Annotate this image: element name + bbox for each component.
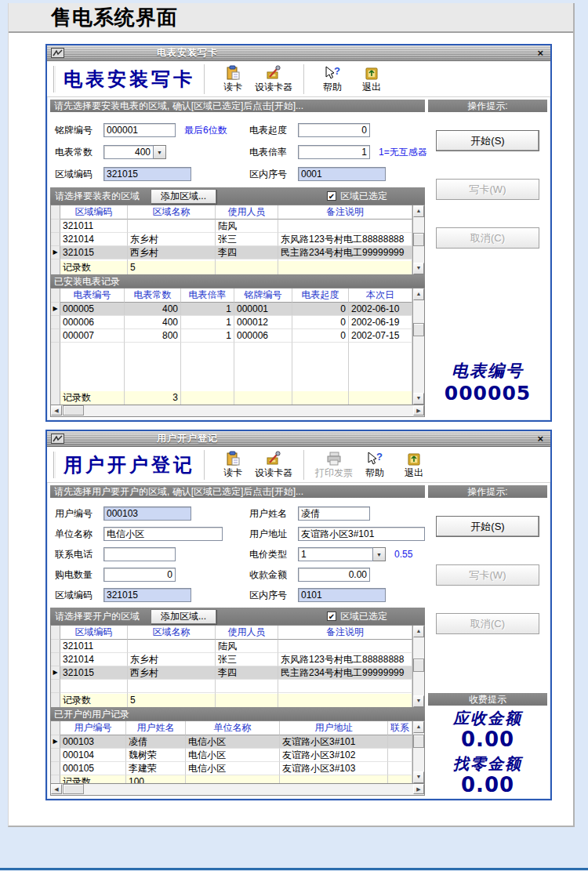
help-button[interactable]: ? 帮助 (313, 64, 352, 94)
table-cell: 0 (292, 303, 349, 316)
toolbar-separator (303, 450, 304, 480)
dropdown-arrow-icon[interactable]: ▼ (154, 145, 166, 159)
scroll-left-icon[interactable]: ◀ (51, 405, 62, 416)
scroll-thumb[interactable] (413, 735, 424, 748)
column-header: 电表起度 (292, 289, 349, 303)
titlebar[interactable]: 用户开户登记 × (47, 431, 550, 447)
scroll-up-icon[interactable]: ▲ (413, 289, 424, 300)
table-row[interactable]: 000006400100001202002-06-19 (51, 316, 412, 329)
change-label: 找零金额 (428, 753, 547, 775)
write-card-button[interactable]: 写卡(W) (436, 179, 539, 200)
write-card-button[interactable]: 写卡(W) (436, 564, 539, 586)
scroll-up-icon[interactable]: ▲ (413, 205, 424, 217)
user-no-input[interactable] (103, 506, 191, 521)
phone-label: 联系电话 (55, 548, 103, 561)
cancel-button[interactable]: 取消(C) (436, 227, 539, 249)
table-cell: 东乡村 (128, 233, 216, 246)
scroll-up-icon[interactable]: ▲ (413, 721, 424, 733)
scroll-up-icon[interactable]: ▲ (413, 626, 424, 637)
close-icon[interactable]: × (537, 48, 543, 58)
vertical-scrollbar[interactable]: ▲ ▼ (412, 721, 424, 783)
area-code-input[interactable] (103, 167, 191, 181)
table-row[interactable]: 000104魏树荣电信小区友谊路小区3#102 (51, 749, 412, 762)
serial-input[interactable] (298, 588, 386, 602)
start-button[interactable]: 开始(S) (436, 130, 539, 151)
svg-text:?: ? (376, 451, 383, 463)
cancel-button[interactable]: 取消(C) (436, 613, 539, 634)
exit-button[interactable]: 退出 (352, 64, 391, 94)
vertical-scrollbar[interactable]: ▲ ▼ (412, 289, 424, 405)
titlebar[interactable]: 电表安装写卡 × (47, 45, 550, 61)
unit-name-input[interactable] (103, 527, 223, 541)
table-row[interactable]: 321011陆风 (51, 220, 412, 233)
table-cell (278, 680, 412, 693)
price-type-select[interactable] (298, 547, 373, 561)
table-row[interactable]: ▶321015西乡村李四民主路234号村电工99999999 (51, 666, 412, 680)
area-code-label: 区域编码 (55, 589, 103, 602)
scroll-left-icon[interactable]: ◀ (51, 784, 62, 794)
scroll-down-icon[interactable]: ▼ (413, 393, 424, 405)
dropdown-arrow-icon[interactable]: ▼ (373, 547, 386, 561)
area-selected-checkbox[interactable]: ✔ (327, 191, 336, 201)
table-row[interactable]: ▶000103凌倩电信小区友谊路小区3#101 (51, 735, 412, 749)
set-reader-button[interactable]: 设读卡器 (252, 64, 295, 94)
table-row[interactable]: 000105李建荣电信小区友谊路小区3#103 (51, 762, 412, 775)
add-area-button[interactable]: 添加区域... (151, 189, 216, 204)
read-card-button[interactable]: 读卡 (213, 64, 252, 94)
vertical-scrollbar[interactable]: ▲ ▼ (412, 626, 424, 707)
app-heading: 用户开户登记 (64, 452, 195, 477)
scroll-down-icon[interactable]: ▼ (413, 771, 424, 783)
instruction-bar: 请先选择要安装电表的区域, 确认[区域已选定]后点击[开始]... (50, 100, 425, 112)
table-row[interactable]: 321014东乡村张三东风路123号村电工88888888 (51, 653, 412, 666)
read-card-button[interactable]: 读卡 (213, 450, 252, 480)
table-footer-row: 记录数100 (51, 775, 412, 783)
scroll-thumb[interactable] (63, 784, 84, 794)
start-button[interactable]: 开始(S) (436, 516, 539, 537)
area-code-input[interactable] (103, 588, 191, 602)
scroll-right-icon[interactable]: ▶ (413, 784, 424, 794)
scroll-thumb[interactable] (63, 405, 84, 416)
table-cell (216, 680, 278, 693)
set-reader-button[interactable]: 设读卡器 (252, 450, 295, 480)
table-row[interactable]: 321011陆风 (51, 640, 412, 653)
table-cell: 凌倩 (126, 735, 186, 749)
ratio-input[interactable] (298, 145, 370, 159)
scroll-down-icon[interactable]: ▼ (413, 263, 424, 274)
table-cell: 友谊路小区3#102 (280, 749, 388, 762)
phone-input[interactable] (103, 547, 176, 561)
constant-select[interactable] (103, 145, 154, 159)
start-reading-input[interactable] (298, 123, 370, 137)
record-count-value: 3 (125, 391, 181, 405)
area-section-bar: 请选择要开户的区域 添加区域... ✔ 区域已选定 (50, 608, 425, 625)
table-cell: 魏树荣 (126, 749, 186, 762)
table-row[interactable] (51, 680, 412, 693)
amount-input[interactable] (298, 568, 370, 582)
quantity-input[interactable] (103, 568, 176, 582)
area-selected-checkbox[interactable]: ✔ (327, 612, 336, 621)
table-cell (349, 391, 412, 405)
scroll-thumb[interactable] (413, 233, 424, 246)
table-row[interactable]: 000007800100000602002-07-15 (51, 329, 412, 343)
table-row[interactable]: ▶000005400100000102002-06-10 (51, 303, 412, 316)
help-button[interactable]: ? 帮助 (355, 450, 394, 480)
vertical-scrollbar[interactable]: ▲ ▼ (412, 205, 424, 274)
horizontal-scrollbar[interactable]: ◀ ▶ (50, 784, 425, 796)
exit-button[interactable]: 退出 (394, 450, 434, 480)
serial-input[interactable] (298, 167, 386, 181)
scroll-right-icon[interactable]: ▶ (413, 405, 424, 416)
table-row[interactable]: ▶321015西乡村李四民主路234号村电工99999999 (51, 246, 412, 259)
scroll-thumb[interactable] (413, 659, 424, 672)
record-count-label: 记录数 (60, 391, 125, 405)
user-name-input[interactable] (298, 506, 370, 521)
table-cell (181, 391, 234, 405)
add-area-button[interactable]: 添加区域... (151, 609, 216, 624)
nameplate-input[interactable] (103, 123, 176, 137)
area-code-label: 区域编码 (55, 168, 103, 181)
print-invoice-button[interactable]: 打印发票 (313, 450, 355, 480)
close-icon[interactable]: × (537, 434, 543, 444)
horizontal-scrollbar[interactable]: ◀ ▶ (50, 405, 425, 417)
address-input[interactable] (298, 527, 425, 541)
table-row[interactable]: 321014东乡村张三东风路123号村电工88888888 (51, 233, 412, 246)
scroll-thumb[interactable] (413, 323, 424, 336)
scroll-down-icon[interactable]: ▼ (413, 695, 424, 707)
